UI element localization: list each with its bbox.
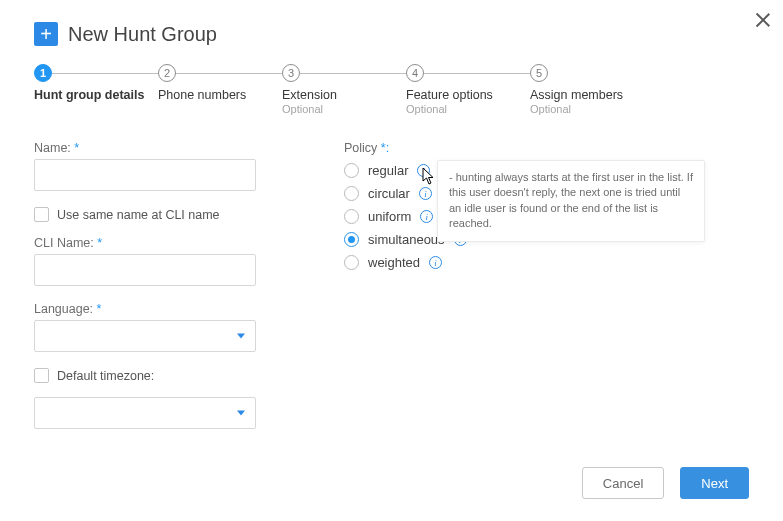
step-connector [424,73,530,74]
radio-icon [344,209,359,224]
plus-icon: + [34,22,58,46]
use-same-name-label: Use same name at CLI name [57,208,220,222]
step-phone-numbers[interactable]: 2 Phone numbers [158,64,282,102]
dialog-header: + New Hunt Group [34,22,749,46]
page-title: New Hunt Group [68,23,217,46]
wizard-stepper: 1 Hunt group details 2 Phone numbers 3 E… [34,64,749,115]
step-extension[interactable]: 3 Extension Optional [282,64,406,115]
step-optional: Optional [282,103,406,115]
radio-icon [344,255,359,270]
step-optional: Optional [530,103,623,115]
name-label: Name: * [34,141,284,155]
step-label: Feature options [406,88,530,102]
required-mark: * [97,302,102,316]
checkbox-icon [34,368,49,383]
cli-name-input[interactable] [34,254,256,286]
cancel-button[interactable]: Cancel [582,467,664,499]
step-number: 1 [34,64,52,82]
policy-option-weighted[interactable]: weighted i [344,255,664,270]
left-column: Name: * Use same name at CLI name CLI Na… [34,141,284,445]
step-connector [52,73,158,74]
required-mark: * [97,236,102,250]
step-label: Phone numbers [158,88,282,102]
radio-label: weighted [368,255,420,270]
step-label: Extension [282,88,406,102]
step-number: 4 [406,64,424,82]
timezone-select[interactable] [34,397,256,429]
radio-icon [344,163,359,178]
step-hunt-group-details[interactable]: 1 Hunt group details [34,64,158,102]
chevron-down-icon [237,411,245,416]
radio-icon [344,186,359,201]
use-same-name-checkbox-row[interactable]: Use same name at CLI name [34,207,284,222]
step-optional: Optional [406,103,530,115]
step-number: 5 [530,64,548,82]
radio-icon [344,232,359,247]
info-icon[interactable]: i [417,164,430,177]
required-mark: *: [381,141,389,155]
dialog-footer: Cancel Next [582,467,749,499]
name-input[interactable] [34,159,256,191]
radio-label: circular [368,186,410,201]
step-number: 2 [158,64,176,82]
next-button[interactable]: Next [680,467,749,499]
info-icon[interactable]: i [429,256,442,269]
language-label: Language: * [34,302,284,316]
radio-label: simultaneous [368,232,445,247]
default-timezone-label: Default timezone: [57,369,154,383]
step-assign-members[interactable]: 5 Assign members Optional [530,64,623,115]
chevron-down-icon [237,334,245,339]
step-connector [300,73,406,74]
policy-label: Policy *: [344,141,664,155]
step-feature-options[interactable]: 4 Feature options Optional [406,64,530,115]
step-number: 3 [282,64,300,82]
required-mark: * [74,141,79,155]
step-label: Assign members [530,88,623,102]
close-icon[interactable] [755,12,771,28]
radio-label: regular [368,163,408,178]
language-select[interactable] [34,320,256,352]
default-timezone-checkbox-row[interactable]: Default timezone: [34,368,284,383]
radio-label: uniform [368,209,411,224]
step-label: Hunt group details [34,88,158,102]
step-connector [176,73,282,74]
right-column: Policy *: regular i circular i uniform i… [344,141,664,445]
cli-name-label: CLI Name: * [34,236,284,250]
checkbox-icon [34,207,49,222]
info-icon[interactable]: i [419,187,432,200]
policy-tooltip: - hunting always starts at the first use… [437,160,705,242]
info-icon[interactable]: i [420,210,433,223]
